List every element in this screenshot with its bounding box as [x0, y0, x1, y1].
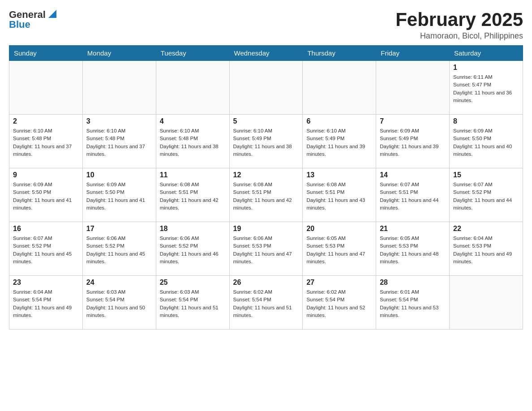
- calendar-cell: 24Sunrise: 6:03 AM Sunset: 5:54 PM Dayli…: [82, 276, 156, 330]
- day-number: 6: [306, 117, 372, 125]
- calendar-cell: 15Sunrise: 6:07 AM Sunset: 5:52 PM Dayli…: [450, 168, 523, 222]
- calendar-cell: 10Sunrise: 6:09 AM Sunset: 5:50 PM Dayli…: [82, 168, 156, 222]
- day-info: Sunrise: 6:07 AM Sunset: 5:51 PM Dayligh…: [380, 181, 446, 212]
- calendar-cell: 11Sunrise: 6:08 AM Sunset: 5:51 PM Dayli…: [156, 168, 229, 222]
- calendar-cell: [450, 276, 523, 330]
- day-info: Sunrise: 6:07 AM Sunset: 5:52 PM Dayligh…: [13, 235, 79, 265]
- day-number: 1: [453, 64, 519, 72]
- calendar-cell: 4Sunrise: 6:10 AM Sunset: 5:48 PM Daylig…: [156, 115, 229, 168]
- day-number: 4: [160, 117, 226, 125]
- day-info: Sunrise: 6:02 AM Sunset: 5:54 PM Dayligh…: [233, 288, 299, 319]
- calendar-cell: 23Sunrise: 6:04 AM Sunset: 5:54 PM Dayli…: [9, 276, 83, 330]
- day-of-week-header: Saturday: [450, 46, 523, 61]
- calendar-body: 1Sunrise: 6:11 AM Sunset: 5:47 PM Daylig…: [9, 61, 523, 330]
- logo-triangle-icon: [47, 9, 57, 19]
- calendar-week-row: 2Sunrise: 6:10 AM Sunset: 5:48 PM Daylig…: [9, 115, 523, 168]
- svg-marker-0: [48, 10, 56, 18]
- calendar-cell: 13Sunrise: 6:08 AM Sunset: 5:51 PM Dayli…: [303, 168, 376, 222]
- calendar-cell: [156, 61, 229, 115]
- day-number: 14: [380, 171, 446, 179]
- calendar-cell: 12Sunrise: 6:08 AM Sunset: 5:51 PM Dayli…: [229, 168, 303, 222]
- day-info: Sunrise: 6:08 AM Sunset: 5:51 PM Dayligh…: [160, 181, 226, 212]
- day-info: Sunrise: 6:09 AM Sunset: 5:50 PM Dayligh…: [86, 181, 152, 212]
- calendar-cell: 28Sunrise: 6:01 AM Sunset: 5:54 PM Dayli…: [376, 276, 450, 330]
- calendar-cell: 14Sunrise: 6:07 AM Sunset: 5:51 PM Dayli…: [376, 168, 450, 222]
- day-info: Sunrise: 6:05 AM Sunset: 5:53 PM Dayligh…: [380, 235, 446, 265]
- day-number: 18: [160, 225, 226, 233]
- day-number: 13: [306, 171, 372, 179]
- logo: General Blue: [9, 9, 57, 30]
- calendar-week-row: 9Sunrise: 6:09 AM Sunset: 5:50 PM Daylig…: [9, 168, 523, 222]
- days-of-week-row: SundayMondayTuesdayWednesdayThursdayFrid…: [9, 46, 523, 61]
- day-info: Sunrise: 6:09 AM Sunset: 5:50 PM Dayligh…: [453, 127, 519, 158]
- day-info: Sunrise: 6:01 AM Sunset: 5:54 PM Dayligh…: [380, 288, 446, 319]
- day-info: Sunrise: 6:09 AM Sunset: 5:49 PM Dayligh…: [380, 127, 446, 158]
- day-info: Sunrise: 6:08 AM Sunset: 5:51 PM Dayligh…: [306, 181, 372, 212]
- day-number: 5: [233, 117, 299, 125]
- day-info: Sunrise: 6:07 AM Sunset: 5:52 PM Dayligh…: [453, 181, 519, 212]
- calendar-cell: 8Sunrise: 6:09 AM Sunset: 5:50 PM Daylig…: [450, 115, 523, 168]
- calendar-cell: [9, 61, 83, 115]
- day-number: 28: [380, 278, 446, 287]
- day-info: Sunrise: 6:10 AM Sunset: 5:49 PM Dayligh…: [306, 127, 372, 158]
- day-info: Sunrise: 6:03 AM Sunset: 5:54 PM Dayligh…: [86, 288, 152, 319]
- calendar-cell: 21Sunrise: 6:05 AM Sunset: 5:53 PM Dayli…: [376, 222, 450, 276]
- calendar-header: SundayMondayTuesdayWednesdayThursdayFrid…: [9, 46, 523, 61]
- day-of-week-header: Sunday: [9, 46, 83, 61]
- day-number: 3: [86, 117, 152, 125]
- calendar-cell: 1Sunrise: 6:11 AM Sunset: 5:47 PM Daylig…: [450, 61, 523, 115]
- day-info: Sunrise: 6:11 AM Sunset: 5:47 PM Dayligh…: [453, 73, 519, 104]
- day-number: 26: [233, 278, 299, 287]
- calendar-cell: 16Sunrise: 6:07 AM Sunset: 5:52 PM Dayli…: [9, 222, 83, 276]
- calendar-cell: 3Sunrise: 6:10 AM Sunset: 5:48 PM Daylig…: [82, 115, 156, 168]
- calendar-cell: 9Sunrise: 6:09 AM Sunset: 5:50 PM Daylig…: [9, 168, 83, 222]
- calendar-title: February 2025: [395, 9, 523, 30]
- calendar-cell: 20Sunrise: 6:05 AM Sunset: 5:53 PM Dayli…: [303, 222, 376, 276]
- calendar-cell: [303, 61, 376, 115]
- day-info: Sunrise: 6:10 AM Sunset: 5:48 PM Dayligh…: [13, 127, 79, 158]
- calendar-table: SundayMondayTuesdayWednesdayThursdayFrid…: [9, 45, 523, 330]
- day-info: Sunrise: 6:09 AM Sunset: 5:50 PM Dayligh…: [13, 181, 79, 212]
- page-header: General Blue February 2025 Hamoraon, Bic…: [9, 9, 523, 41]
- calendar-cell: 6Sunrise: 6:10 AM Sunset: 5:49 PM Daylig…: [303, 115, 376, 168]
- day-info: Sunrise: 6:10 AM Sunset: 5:48 PM Dayligh…: [86, 127, 152, 158]
- calendar-cell: 18Sunrise: 6:06 AM Sunset: 5:52 PM Dayli…: [156, 222, 229, 276]
- calendar-cell: 17Sunrise: 6:06 AM Sunset: 5:52 PM Dayli…: [82, 222, 156, 276]
- day-number: 16: [13, 225, 79, 233]
- calendar-cell: 7Sunrise: 6:09 AM Sunset: 5:49 PM Daylig…: [376, 115, 450, 168]
- calendar-cell: [82, 61, 156, 115]
- title-block: February 2025 Hamoraon, Bicol, Philippin…: [395, 9, 523, 41]
- day-info: Sunrise: 6:10 AM Sunset: 5:49 PM Dayligh…: [233, 127, 299, 158]
- logo-text-blue: Blue: [9, 19, 30, 30]
- day-info: Sunrise: 6:02 AM Sunset: 5:54 PM Dayligh…: [306, 288, 372, 319]
- day-number: 2: [13, 117, 79, 125]
- day-number: 7: [380, 117, 446, 125]
- calendar-cell: [376, 61, 450, 115]
- day-info: Sunrise: 6:06 AM Sunset: 5:52 PM Dayligh…: [86, 235, 152, 265]
- day-info: Sunrise: 6:04 AM Sunset: 5:54 PM Dayligh…: [13, 288, 79, 319]
- calendar-cell: 19Sunrise: 6:06 AM Sunset: 5:53 PM Dayli…: [229, 222, 303, 276]
- calendar-cell: 26Sunrise: 6:02 AM Sunset: 5:54 PM Dayli…: [229, 276, 303, 330]
- day-number: 8: [453, 117, 519, 125]
- calendar-cell: 27Sunrise: 6:02 AM Sunset: 5:54 PM Dayli…: [303, 276, 376, 330]
- calendar-week-row: 1Sunrise: 6:11 AM Sunset: 5:47 PM Daylig…: [9, 61, 523, 115]
- calendar-cell: 25Sunrise: 6:03 AM Sunset: 5:54 PM Dayli…: [156, 276, 229, 330]
- day-info: Sunrise: 6:06 AM Sunset: 5:53 PM Dayligh…: [233, 235, 299, 265]
- day-number: 11: [160, 171, 226, 179]
- day-info: Sunrise: 6:10 AM Sunset: 5:48 PM Dayligh…: [160, 127, 226, 158]
- day-number: 27: [306, 278, 372, 287]
- calendar-cell: 5Sunrise: 6:10 AM Sunset: 5:49 PM Daylig…: [229, 115, 303, 168]
- day-of-week-header: Tuesday: [156, 46, 229, 61]
- day-number: 9: [13, 171, 79, 179]
- day-info: Sunrise: 6:05 AM Sunset: 5:53 PM Dayligh…: [306, 235, 372, 265]
- calendar-cell: [229, 61, 303, 115]
- day-number: 21: [380, 225, 446, 233]
- calendar-week-row: 23Sunrise: 6:04 AM Sunset: 5:54 PM Dayli…: [9, 276, 523, 330]
- day-info: Sunrise: 6:06 AM Sunset: 5:52 PM Dayligh…: [160, 235, 226, 265]
- day-of-week-header: Friday: [376, 46, 450, 61]
- day-number: 25: [160, 278, 226, 287]
- day-number: 12: [233, 171, 299, 179]
- calendar-week-row: 16Sunrise: 6:07 AM Sunset: 5:52 PM Dayli…: [9, 222, 523, 276]
- day-of-week-header: Thursday: [303, 46, 376, 61]
- day-info: Sunrise: 6:03 AM Sunset: 5:54 PM Dayligh…: [160, 288, 226, 319]
